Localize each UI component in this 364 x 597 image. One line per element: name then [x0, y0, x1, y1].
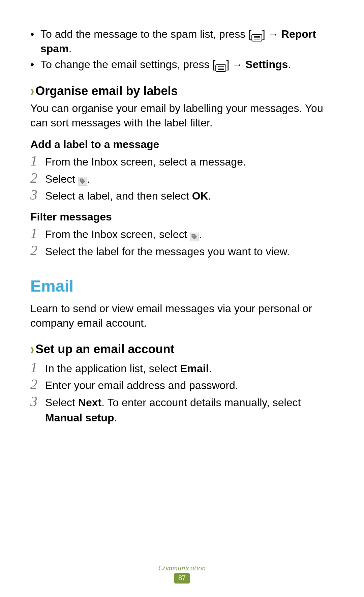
text: Select a label, and then select	[45, 190, 192, 202]
bullet-settings: • To change the email settings, press []…	[30, 57, 334, 72]
svg-point-11	[193, 235, 194, 236]
bold-text: Settings	[242, 58, 288, 70]
step-text: Enter your email address and password.	[45, 377, 334, 393]
footer-section-label: Communication	[0, 564, 364, 572]
svg-point-9	[81, 180, 82, 181]
menu-icon	[251, 31, 262, 38]
step-item: 3 Select a label, and then select OK.	[30, 187, 334, 204]
step-text: Select the label for the messages you wa…	[45, 243, 334, 259]
label-tag-icon	[78, 175, 87, 183]
bullet-marker: •	[30, 27, 40, 56]
text: ]	[262, 28, 268, 40]
step-number: 2	[30, 377, 45, 392]
bullet-text: To add the message to the spam list, pre…	[40, 27, 334, 56]
arrow: →	[232, 59, 242, 70]
step-number: 2	[30, 243, 45, 258]
step-item: 3 Select Next. To enter account details …	[30, 394, 334, 425]
step-number: 3	[30, 187, 45, 203]
bold-text: Next	[78, 396, 101, 409]
subsection-setup-header: › Set up an email account	[30, 341, 334, 358]
step-item: 1 From the Inbox screen, select .	[30, 226, 334, 242]
text: . To enter account details manually, sel…	[101, 396, 301, 409]
bullet-marker: •	[30, 57, 40, 72]
step-number: 2	[30, 170, 45, 186]
text: ]	[226, 58, 232, 70]
step-item: 2 Select the label for the messages you …	[30, 243, 334, 259]
text: .	[199, 228, 202, 240]
step-number: 1	[30, 226, 45, 241]
step-number: 1	[30, 360, 45, 375]
subsection-title: Organise email by labels	[35, 83, 178, 99]
text: Select	[45, 173, 78, 185]
step-text: From the Inbox screen, select a message.	[45, 153, 334, 170]
step-text: Select a label, and then select OK.	[45, 187, 334, 204]
subsection-body: You can organise your email by labelling…	[30, 101, 334, 130]
step-text: Select .	[45, 170, 334, 187]
bold-text: Manual setup	[45, 412, 114, 424]
step-item: 2 Select .	[30, 170, 334, 187]
chevron-right-icon: ›	[30, 80, 34, 102]
bullet-spam: • To add the message to the spam list, p…	[30, 27, 334, 56]
text: .	[209, 362, 212, 375]
text: In the application list, select	[45, 362, 180, 375]
page-footer: Communication 87	[0, 564, 364, 584]
sub-heading-add-label: Add a label to a message	[30, 137, 334, 152]
step-item: 2 Enter your email address and password.	[30, 377, 334, 393]
step-number: 3	[30, 394, 45, 409]
step-text: In the application list, select Email.	[45, 360, 334, 376]
section-title-email: Email	[30, 275, 334, 297]
bold-text: Email	[180, 362, 209, 375]
text: To change the email settings, press [	[40, 58, 215, 70]
page-content: • To add the message to the spam list, p…	[30, 27, 334, 425]
step-item: 1 In the application list, select Email.	[30, 360, 334, 376]
sub-heading-filter: Filter messages	[30, 210, 334, 224]
arrow: →	[268, 29, 278, 40]
label-tag-icon	[190, 230, 199, 239]
text: .	[114, 412, 117, 424]
chevron-right-icon: ›	[30, 338, 34, 360]
step-item: 1 From the Inbox screen, select a messag…	[30, 153, 334, 170]
bullet-text: To change the email settings, press [] →…	[40, 57, 334, 72]
subsection-organise-header: › Organise email by labels	[30, 83, 334, 99]
bold-text: OK	[192, 190, 208, 202]
text: .	[87, 173, 90, 185]
text: .	[69, 42, 72, 55]
text: .	[288, 58, 291, 70]
page-number-badge: 87	[174, 573, 190, 584]
text: Select	[45, 396, 78, 409]
step-number: 1	[30, 153, 45, 169]
subsection-title: Set up an email account	[35, 341, 174, 358]
text: From the Inbox screen, select	[45, 228, 190, 240]
section-intro: Learn to send or view email messages via…	[30, 301, 334, 330]
step-text: Select Next. To enter account details ma…	[45, 394, 334, 425]
text: .	[208, 190, 211, 202]
step-text: From the Inbox screen, select .	[45, 226, 334, 242]
menu-icon	[215, 61, 226, 68]
text: To add the message to the spam list, pre…	[40, 28, 251, 40]
